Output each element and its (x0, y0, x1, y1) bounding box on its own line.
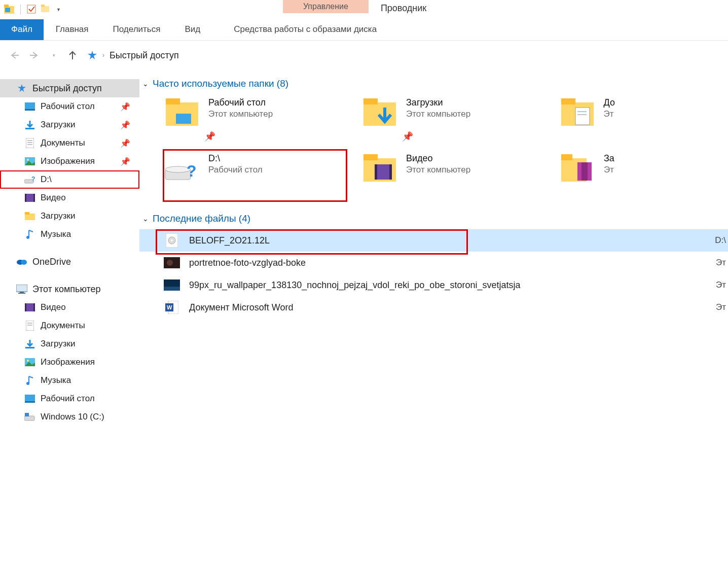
svg-rect-47 (24, 416, 34, 420)
tab-home[interactable]: Главная (44, 19, 101, 40)
svg-text:?: ? (31, 176, 35, 183)
svg-rect-14 (26, 138, 34, 148)
sidebar-item-downloads[interactable]: Загрузки 📌 (0, 116, 139, 134)
svg-rect-45 (25, 395, 35, 401)
file-tab[interactable]: Файл (0, 19, 44, 40)
svg-rect-12 (25, 109, 35, 111)
folder-tile-archive[interactable]: За Эт (559, 150, 615, 201)
explorer-icon[interactable] (4, 5, 14, 15)
svg-point-73 (171, 239, 173, 241)
star-icon (16, 83, 27, 93)
folder-tile-d-drive[interactable]: ? D:\ Рабочий стол (164, 150, 346, 201)
folder-tile-desktop[interactable]: Рабочий стол Этот компьютер 📌 (164, 94, 346, 145)
sidebar-item-downloads-folder[interactable]: Загрузки (0, 207, 139, 225)
sidebar-thispc-downloads[interactable]: Загрузки (0, 335, 139, 353)
address-bar[interactable]: › Быстрый доступ (84, 49, 182, 62)
svg-rect-3 (27, 5, 35, 13)
pin-icon: 📌 (120, 102, 130, 112)
sidebar-item-video[interactable]: Видео (0, 189, 139, 207)
sidebar-item-label: Музыка (41, 229, 71, 239)
recent-locations-dropdown[interactable]: ▾ (46, 48, 61, 63)
video-icon (24, 302, 35, 312)
pin-icon: 📌 (120, 138, 130, 148)
up-button[interactable] (65, 48, 80, 63)
address-location[interactable]: Быстрый доступ (110, 50, 179, 61)
quick-access-star-icon (87, 50, 97, 60)
sidebar-quick-access[interactable]: Быстрый доступ (0, 79, 139, 97)
frequent-folders-header[interactable]: ⌄ Часто используемые папки (8) (139, 76, 728, 94)
qat-customize-dropdown[interactable]: ▼ (56, 7, 61, 12)
sidebar-onedrive[interactable]: OneDrive (0, 253, 139, 271)
folder-location: Этот компьютер (406, 109, 470, 119)
file-name: 99px_ru_wallpaper_138130_nochnoj_pejzaj_… (189, 280, 520, 291)
folder-location: Эт (604, 109, 615, 119)
svg-rect-70 (581, 162, 588, 181)
file-row-beloff[interactable]: BELOFF_2O21.12L D:\ (139, 229, 728, 252)
chevron-down-icon: ⌄ (142, 215, 149, 223)
sidebar-this-pc[interactable]: Этот компьютер (0, 280, 139, 298)
titlebar: ▼ Управление Проводник (0, 0, 728, 19)
svg-rect-11 (25, 102, 35, 109)
svg-rect-4 (41, 6, 49, 12)
desktop-icon (24, 101, 35, 112)
sidebar-thispc-video[interactable]: Видео (0, 298, 139, 317)
sidebar-item-desktop[interactable]: Рабочий стол 📌 (0, 97, 139, 116)
folder-icon (24, 211, 35, 221)
sidebar-thispc-pictures[interactable]: Изображения (0, 353, 139, 371)
folder-tile-video[interactable]: Видео Этот компьютер (361, 150, 544, 201)
svg-rect-2 (5, 8, 10, 12)
recent-files-header[interactable]: ⌄ Последние файлы (4) (139, 211, 728, 229)
sidebar-thispc-documents[interactable]: Документы (0, 317, 139, 335)
folder-downloads-icon (361, 94, 398, 131)
chevron-down-icon: ⌄ (142, 80, 149, 88)
folder-tile-documents[interactable]: До Эт (559, 94, 615, 145)
sidebar-thispc-c-drive[interactable]: Windows 10 (C:) (0, 408, 139, 426)
forward-button[interactable] (26, 48, 42, 63)
documents-icon (24, 138, 35, 148)
tab-view[interactable]: Вид (172, 19, 212, 40)
folder-name: D:\ (208, 153, 263, 164)
folder-name: Рабочий стол (208, 97, 273, 108)
svg-rect-56 (575, 108, 590, 125)
quick-access-toolbar: ▼ (0, 0, 65, 19)
sidebar-item-label: Видео (41, 302, 66, 312)
svg-marker-9 (88, 51, 97, 59)
music-icon (24, 375, 35, 385)
chevron-right-icon[interactable]: › (102, 52, 104, 59)
tab-disc-image-tools[interactable]: Средства работы с образами диска (222, 19, 389, 40)
drive-question-icon: ? (164, 150, 200, 187)
folder-video-icon (361, 150, 398, 187)
sidebar-item-d-drive[interactable]: ? D:\ (0, 170, 139, 189)
new-folder-icon[interactable] (41, 5, 51, 15)
folder-name: До (604, 97, 615, 108)
main-area: Быстрый доступ Рабочий стол 📌 Загрузки 📌… (0, 70, 728, 561)
back-button[interactable] (7, 48, 22, 63)
folder-name: Загрузки (406, 97, 470, 108)
svg-rect-35 (25, 303, 26, 311)
iso-file-icon (164, 234, 180, 247)
svg-rect-5 (41, 5, 45, 7)
sidebar-item-documents[interactable]: Документы 📌 (0, 134, 139, 152)
sidebar-item-label: Загрузки (41, 339, 75, 349)
image-thumbnail-icon (164, 278, 180, 292)
sidebar-item-label: Загрузки (41, 120, 75, 130)
folder-tile-downloads[interactable]: Загрузки Этот компьютер 📌 (361, 94, 544, 145)
content-pane: ⌄ Часто используемые папки (8) Рабочий с… (139, 70, 728, 561)
properties-icon[interactable] (27, 5, 37, 15)
this-pc-icon (16, 284, 27, 294)
sidebar-item-label: Рабочий стол (41, 394, 95, 404)
file-row-wallpaper[interactable]: 99px_ru_wallpaper_138130_nochnoj_pejzaj_… (139, 274, 728, 296)
file-row-word-doc[interactable]: W Документ Microsoft Word Эт (139, 296, 728, 319)
sidebar-thispc-music[interactable]: Музыка (0, 371, 139, 390)
file-row-portrait[interactable]: portretnoe-foto-vzglyad-boke Эт (139, 252, 728, 274)
svg-rect-65 (375, 164, 377, 180)
tab-share[interactable]: Поделиться (101, 19, 173, 40)
sidebar-thispc-desktop[interactable]: Рабочий стол (0, 390, 139, 408)
pictures-icon (24, 357, 35, 367)
svg-rect-25 (33, 194, 35, 202)
sidebar-item-pictures[interactable]: Изображения 📌 (0, 152, 139, 170)
pin-icon: 📌 (204, 131, 215, 142)
video-icon (24, 193, 35, 203)
file-location: Эт (716, 258, 728, 268)
sidebar-item-music[interactable]: Музыка (0, 225, 139, 243)
